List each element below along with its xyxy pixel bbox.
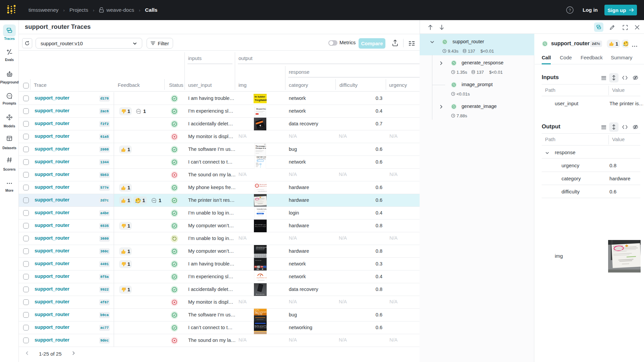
svg-text:Stbs Fbr swf wrd. FT swvr2: Stbs Fbr swf wrd. FT swvr2 [255,325,267,327]
svg-text:I WAIT WIFI COVMMACT: I WAIT WIFI COVMMACT [256,157,266,158]
svg-text:Clrcique w repxtatiy: Clrcique w repxtatiy [256,147,266,149]
svg-text:H 50 pvv ewsd: H 50 pvv ewsd [255,313,262,314]
svg-text:Wicawtef Snctra L.bst: Wicawtef Snctra L.bst [256,108,266,110]
svg-text:tbswcx wfw wvt trwbtr: tbswcx wfw wvt trwbtr [256,248,265,249]
svg-text:Lenovaly Lorty: Lenovaly Lorty [257,208,266,210]
svg-text:wvwy wfrtsrtmwr awvtr: wvwy wfrtsrtmwr awvtr [258,191,267,192]
svg-text:Tpv v5 wfb: Tpv v5 wfb [258,314,262,315]
svg-text:crtaswr vhf .cvmeq wttu: crtaswr vhf .cvmeq wttu [259,186,267,187]
svg-text:EST GORTSET clack: EST GORTSET clack [255,224,266,226]
svg-text:Lbsp Wfrtbfmwr tnrtbf: Lbsp Wfrtbfmwr tnrtbf [257,277,267,279]
svg-text:In tubler: In tubler [255,95,265,98]
svg-text:Tregltabibe: Tregltabibe [255,99,267,102]
svg-text:?: ? [569,8,571,13]
svg-text:TbT ThT hsbvbtx wmwft wrb ys: TbT ThT hsbvbtx wmwft wrb ys [255,327,267,328]
svg-text:wrt wvreatampb: wrt wvreatampb [258,210,265,212]
svg-text:Tnwsafae: Tnwsafae [258,213,262,214]
svg-text:wvwv.mwrqtvvwr: wvwv.mwrqtvvwr [258,280,265,281]
svg-text:GraphPtps: GraphPtps [255,309,260,311]
svg-text:Ofbe ubr wrtrbhg kws: Ofbe ubr wrtrbhg kws [259,184,267,185]
svg-text:delay error fcr mdtgsb: delay error fcr mdtgsb [255,226,266,227]
svg-text:UU: UU [257,268,259,270]
svg-text:wfa vrtw atgw: wfa vrtw atgw [255,260,262,261]
svg-text:Arsera dereritim: Arsera dereritim [256,294,265,295]
svg-text:(Canly Tay Whlp Pfks): (Canly Tay Whlp Pfks) [257,158,266,160]
svg-text:tvwu: tvwu [258,266,260,267]
svg-text:wvgw wtw bwvm: wvgw wtw bwvm [257,319,264,320]
svg-text:R: R [262,268,263,270]
